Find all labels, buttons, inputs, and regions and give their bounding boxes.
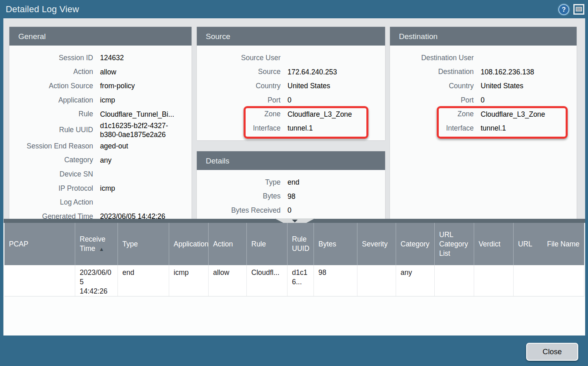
table-cell: end	[118, 265, 169, 296]
field-value: d1c16235-b2f2-4327-b380-0ae1875e2a26	[100, 121, 192, 139]
field-label: Destination User	[390, 54, 474, 62]
panel-row: Source 172.64.240.253	[197, 65, 385, 79]
detail-panels-area: General Session ID 124632 Action allow	[4, 18, 585, 219]
log-table-header: PCAP▲ Receive Time▲ Type▲ Application▲	[4, 223, 584, 265]
column-label: Type	[122, 240, 138, 248]
field-label: Interface	[197, 124, 281, 133]
field-value: tunnel.1	[481, 124, 577, 133]
field-label: Log Action	[9, 198, 93, 207]
panel-row: Country United States	[390, 79, 577, 93]
window-glyph	[576, 7, 582, 11]
log-table: PCAP▲ Receive Time▲ Type▲ Application▲	[4, 223, 584, 336]
table-cell: d1c16...	[287, 265, 314, 296]
destination-panel-title: Destination	[390, 27, 577, 46]
field-label: Country	[197, 82, 281, 90]
field-label: Rule	[9, 110, 93, 118]
field-label: Port	[390, 96, 474, 105]
panel-row: Interface tunnel.1	[390, 121, 577, 135]
field-label: Rule UUID	[9, 126, 93, 134]
table-header-cell[interactable]: File Name▲	[542, 223, 584, 265]
column-label: URL	[518, 240, 532, 248]
field-value: Cloudflare_Tunnel_Bi...	[100, 110, 192, 119]
panel-row: Device SN	[9, 167, 192, 181]
detailed-log-view-dialog: Detailed Log View ? General Session ID 1…	[0, 0, 588, 366]
table-header-cell[interactable]: Category▲	[396, 223, 435, 265]
general-panel: General Session ID 124632 Action allow	[9, 27, 192, 219]
field-label: Action Source	[9, 82, 93, 90]
field-label: Bytes	[197, 192, 281, 200]
source-panel-body: Source User Source 172.64.240.253 Countr…	[197, 46, 385, 140]
destination-panel-body: Destination User Destination 108.162.236…	[390, 46, 577, 219]
field-label: Type	[197, 178, 281, 187]
close-button[interactable]: Close	[526, 343, 578, 361]
field-label: Country	[390, 82, 474, 90]
table-header-cell[interactable]: Receive Time▲	[75, 223, 118, 265]
panel-row: Zone Cloudflare_L3_Zone	[197, 107, 385, 121]
table-header-cell[interactable]: Rule UUID▲	[287, 223, 314, 265]
field-label: Zone	[197, 110, 281, 118]
table-cell	[357, 265, 396, 296]
field-label: Bytes Received	[197, 206, 281, 215]
field-label: Source	[197, 68, 281, 76]
panel-row: Application icmp	[9, 93, 192, 107]
sort-ascending-icon: ▲	[99, 244, 104, 254]
field-label: Source User	[197, 54, 281, 62]
table-header-cell[interactable]: Application▲	[169, 223, 209, 265]
panel-row: Rule Cloudflare_Tunnel_Bi...	[9, 107, 192, 121]
panel-row: Category any	[9, 153, 192, 168]
source-panel-title: Source	[197, 27, 385, 46]
field-value: icmp	[100, 184, 192, 193]
panel-row: Generated Time 2023/06/05 14:42:26	[9, 209, 192, 219]
field-value: Cloudflare_L3_Zone	[481, 110, 577, 119]
table-header-cell[interactable]: Verdict▲	[474, 223, 514, 265]
table-header-cell[interactable]: Action▲	[209, 223, 247, 265]
field-value: 124632	[100, 53, 192, 62]
field-value: any	[100, 156, 192, 165]
field-label: Session End Reason	[9, 142, 93, 150]
table-header-cell[interactable]: Type▲	[118, 223, 169, 265]
column-label: File Name	[547, 240, 579, 248]
field-value: United States	[481, 81, 577, 90]
source-panel: Source Source User Source 172.64.240.253	[197, 27, 385, 140]
field-value: icmp	[100, 96, 192, 105]
field-value: Cloudflare_L3_Zone	[287, 110, 385, 119]
table-header-cell[interactable]: URL▲	[514, 223, 542, 265]
panel-row: Session ID 124632	[9, 51, 192, 65]
table-cell	[575, 265, 584, 296]
field-label: IP Protocol	[9, 184, 93, 193]
table-cell: icmp	[169, 265, 209, 296]
field-label: Action	[9, 68, 93, 76]
field-label: Interface	[390, 124, 474, 133]
column-label: PCAP	[9, 240, 28, 248]
panel-row: Destination 108.162.236.138	[390, 65, 577, 79]
general-panel-title: General	[9, 27, 192, 46]
table-header-cell[interactable]: Bytes▲	[314, 223, 357, 265]
table-header-cell[interactable]: URL Category List▲	[435, 223, 474, 265]
panel-row: Zone Cloudflare_L3_Zone	[390, 107, 577, 121]
table-header-cell[interactable]: PCAP▲	[4, 223, 75, 265]
table-header-cell[interactable]: Rule▲	[247, 223, 287, 265]
help-icon[interactable]: ?	[558, 4, 569, 15]
log-table-row[interactable]: 2023/06/05 14:42:26 end icmp allow Cloud…	[4, 265, 584, 296]
panel-row: Bytes Received 0	[197, 203, 385, 218]
column-label: Rule UUID	[292, 235, 309, 253]
panel-row: Country United States	[197, 79, 385, 93]
table-cell: 98	[314, 265, 357, 296]
column-label: URL Category List	[439, 231, 468, 257]
column-label: Application	[174, 240, 209, 248]
panel-row: Action allow	[9, 65, 192, 79]
panel-row: Port 0	[390, 93, 577, 107]
maximize-window-icon[interactable]	[573, 4, 584, 15]
table-cell: any	[396, 265, 435, 296]
column-label: Action	[213, 240, 233, 248]
column-label: Rule	[251, 240, 266, 248]
field-value: United States	[287, 81, 385, 90]
table-cell	[435, 265, 474, 296]
details-panel: Details Type end Bytes 98	[197, 151, 385, 219]
field-value: tunnel.1	[287, 124, 385, 133]
table-header-cell[interactable]: Severity▲	[357, 223, 396, 265]
table-cell: Cloudfl...	[247, 265, 287, 296]
collapse-down-icon	[292, 220, 298, 222]
panel-row: Destination User	[390, 51, 577, 65]
field-value: 108.162.236.138	[481, 68, 577, 76]
